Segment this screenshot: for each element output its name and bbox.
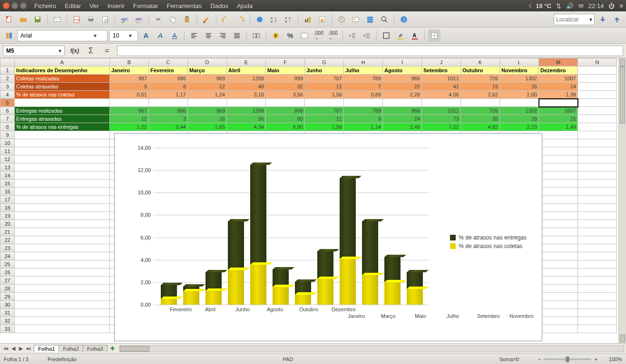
menu-ficheiro[interactable]: Ficheiro	[30, 1, 60, 11]
cell-D2[interactable]: 969	[188, 75, 227, 83]
col-header-D[interactable]: D	[188, 58, 227, 67]
cell-K3[interactable]: 19	[461, 83, 500, 91]
cell-I5[interactable]	[383, 99, 422, 107]
equals-icon[interactable]: =	[101, 45, 113, 57]
cell-C8[interactable]: 0,44	[149, 123, 188, 131]
weather-indicator[interactable]: ☾ 16 °C	[528, 2, 551, 10]
network-icon[interactable]: ⇅	[556, 2, 561, 10]
sheet-scroll[interactable]: ABCDEFGHIJKLMN1Indicadores de Desempenho…	[0, 58, 618, 343]
empty-cell[interactable]	[578, 293, 617, 301]
empty-cell[interactable]	[578, 220, 617, 228]
row-header-1[interactable]: 1	[0, 67, 15, 75]
empty-cell[interactable]	[578, 301, 617, 309]
sheet-tab-Folha2[interactable]: Folha2	[59, 345, 83, 352]
align-center-icon[interactable]	[202, 29, 215, 42]
font-name-combo[interactable]: ▾	[17, 30, 108, 41]
cell-J4[interactable]: 4,06	[422, 91, 461, 99]
row-header-11[interactable]: 11	[0, 147, 15, 155]
pdf-export-icon[interactable]: PDF	[70, 13, 83, 26]
cell-C7[interactable]: 3	[149, 115, 188, 123]
cell-L6[interactable]: 1302	[500, 107, 539, 115]
empty-cell[interactable]	[15, 228, 110, 236]
cell-J5[interactable]	[422, 99, 461, 107]
empty-cell[interactable]	[15, 180, 110, 188]
empty-cell[interactable]	[578, 268, 617, 277]
zoom-value[interactable]: 100%	[609, 356, 622, 362]
cell-H3[interactable]: 7	[344, 83, 383, 91]
sort-desc-icon[interactable]: ZA	[282, 13, 294, 26]
row-header-28[interactable]: 28	[0, 285, 15, 293]
row-header-16[interactable]: 16	[0, 188, 15, 196]
cell-month-10[interactable]: Novembro	[500, 67, 539, 75]
empty-cell[interactable]	[539, 268, 578, 277]
col-header-I[interactable]: I	[383, 58, 422, 67]
find-toolbar[interactable]: ▾	[554, 14, 595, 25]
cell-K6[interactable]: 726	[461, 107, 500, 115]
menu-dados[interactable]: Dados	[206, 1, 232, 11]
col-header-E[interactable]: E	[227, 58, 266, 67]
menu-inserir[interactable]: Inserir	[104, 1, 128, 11]
redo-icon[interactable]	[234, 13, 246, 26]
cell-N6[interactable]	[578, 107, 617, 115]
row-header-8[interactable]: 8	[0, 123, 15, 131]
row-header-31[interactable]: 31	[0, 309, 15, 317]
empty-cell[interactable]	[539, 293, 578, 301]
row-header-19[interactable]: 19	[0, 212, 15, 220]
cell-G6[interactable]: 707	[305, 107, 344, 115]
empty-cell[interactable]	[578, 260, 617, 268]
cell-J8[interactable]: 7,22	[422, 123, 461, 131]
cell-F6[interactable]: 899	[266, 107, 305, 115]
mail-doc-icon[interactable]	[51, 13, 63, 26]
cell-I2[interactable]: 966	[383, 75, 422, 83]
cell-E4[interactable]: 3,10	[227, 91, 266, 99]
empty-cell[interactable]	[15, 147, 110, 155]
cell-B6[interactable]: 987	[110, 107, 149, 115]
row-header-2[interactable]: 2	[0, 75, 15, 83]
menu-ver[interactable]: Ver	[86, 1, 103, 11]
cell-J6[interactable]: 1011	[422, 107, 461, 115]
cell-H4[interactable]: 0,89	[344, 91, 383, 99]
empty-cell[interactable]	[539, 147, 578, 155]
sheet-tab-Folha3[interactable]: Folha3	[83, 345, 108, 352]
cell-M3[interactable]: 14	[539, 83, 578, 91]
cell-month-4[interactable]: Maio	[266, 67, 305, 75]
cell-H7[interactable]: 9	[344, 115, 383, 123]
row-header-5[interactable]: 5	[0, 99, 15, 107]
empty-cell[interactable]	[15, 204, 110, 212]
gallery-icon[interactable]	[350, 13, 362, 26]
empty-cell[interactable]	[539, 228, 578, 236]
cell-F3[interactable]: 32	[266, 83, 305, 91]
find-prev-icon[interactable]	[611, 13, 623, 26]
save-icon[interactable]	[31, 13, 44, 26]
empty-cell[interactable]	[578, 212, 617, 220]
copy-icon[interactable]	[166, 13, 179, 26]
paste-icon[interactable]	[181, 13, 193, 26]
empty-cell[interactable]	[578, 325, 617, 333]
empty-cell[interactable]	[578, 252, 617, 260]
empty-cell[interactable]	[15, 131, 110, 139]
row-header-18[interactable]: 18	[0, 204, 15, 212]
maximize-window-icon[interactable]	[20, 2, 27, 9]
styles-icon[interactable]	[3, 29, 15, 42]
cell-F5[interactable]	[266, 99, 305, 107]
embedded-chart[interactable]: 0,002,004,006,008,0010,0012,0014,00 Feve…	[114, 133, 542, 341]
row-header-6[interactable]: 6	[0, 107, 15, 115]
vertical-scrollbar[interactable]	[618, 58, 626, 343]
cell-N2[interactable]	[578, 75, 617, 83]
cell-C2[interactable]: 686	[149, 75, 188, 83]
increase-indent-icon[interactable]	[361, 29, 373, 42]
cell-E2[interactable]: 1289	[227, 75, 266, 83]
select-all-cell[interactable]	[0, 58, 15, 67]
clock[interactable]: 22:14	[588, 2, 604, 10]
row-header-21[interactable]: 21	[0, 228, 15, 236]
merge-cells-icon[interactable]	[250, 29, 263, 42]
menu-ferramentas[interactable]: Ferramentas	[163, 1, 206, 11]
undo-icon[interactable]	[220, 13, 232, 26]
cell-A3[interactable]: Coletas atrasadas	[15, 83, 110, 91]
tab-first-icon[interactable]: ⏮	[2, 345, 10, 352]
empty-cell[interactable]	[578, 147, 617, 155]
cell-month-0[interactable]: Janeiro	[110, 67, 149, 75]
zoom-slider[interactable]	[544, 358, 591, 360]
row-header-9[interactable]: 9	[0, 131, 15, 139]
cell-E6[interactable]: 1289	[227, 107, 266, 115]
